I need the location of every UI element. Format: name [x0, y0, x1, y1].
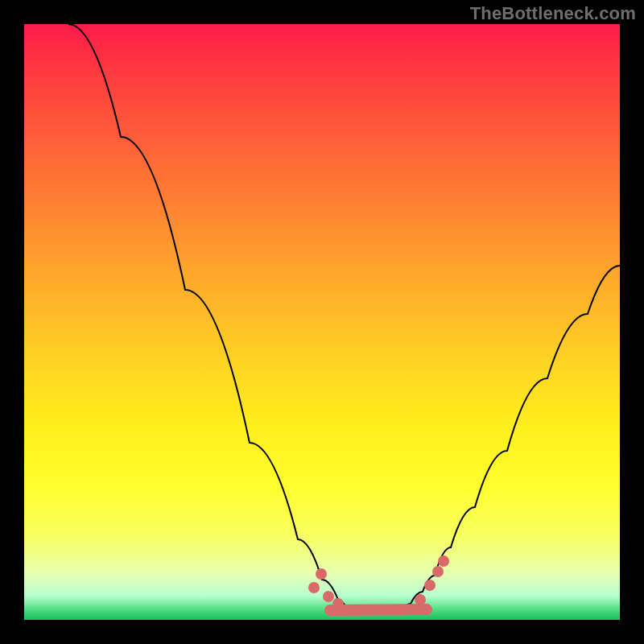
chart-svg	[24, 24, 620, 620]
bead-dot	[424, 580, 436, 591]
bead-dot	[438, 555, 449, 567]
bead-dot	[432, 566, 444, 577]
right-curve	[402, 266, 620, 610]
bead-dot	[415, 594, 426, 605]
bead-dot	[332, 598, 344, 609]
bead-segment	[330, 609, 427, 610]
watermark-text: TheBottleneck.com	[470, 3, 636, 24]
bead-dot	[308, 582, 320, 593]
bead-dot	[316, 568, 327, 580]
bead-dots-group	[308, 555, 449, 609]
left-curve	[68, 24, 354, 612]
bead-dot	[323, 591, 334, 602]
chart-frame	[24, 24, 620, 620]
